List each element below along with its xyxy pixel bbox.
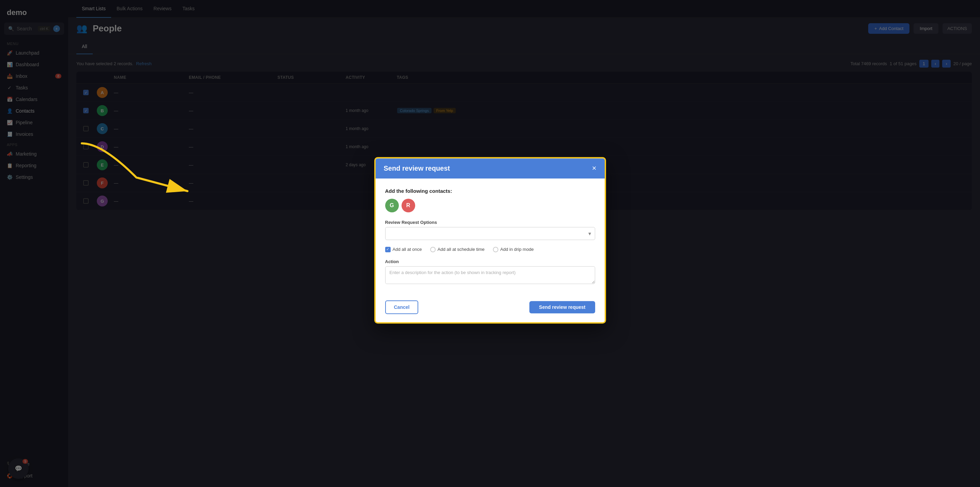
add-in-drip-mode-option[interactable]: Add in drip mode (493, 247, 534, 252)
action-label: Action (385, 259, 595, 264)
action-group: Action (385, 259, 595, 285)
review-options-select-wrapper: ▾ (385, 227, 595, 240)
schedule-options: ✓ Add all at once Add all at schedule ti… (385, 247, 595, 252)
review-options-label: Review Request Options (385, 220, 595, 225)
action-textarea[interactable] (385, 266, 595, 284)
modal-title: Send review request (384, 164, 450, 172)
radio-unchecked-icon[interactable] (430, 247, 436, 252)
review-options-group: Review Request Options ▾ (385, 220, 595, 240)
add-all-at-schedule-time-option[interactable]: Add all at schedule time (430, 247, 485, 252)
send-review-request-button[interactable]: Send review request (529, 301, 595, 313)
modal-body: Add the following contacts: G R Review R… (375, 179, 605, 300)
add-in-drip-mode-label: Add in drip mode (500, 247, 534, 252)
checkbox-checked-icon[interactable]: ✓ (385, 247, 391, 252)
modal-footer: Cancel Send review request (375, 300, 605, 322)
modal-header: Send review request × (375, 158, 605, 179)
send-review-request-modal: Send review request × Add the following … (374, 157, 606, 324)
radio-unchecked-icon[interactable] (493, 247, 498, 252)
contact-avatar-r: R (401, 199, 415, 212)
review-options-select[interactable] (385, 227, 595, 240)
add-all-at-once-label: Add all at once (393, 247, 422, 252)
add-all-at-schedule-time-label: Add all at schedule time (438, 247, 485, 252)
cancel-button[interactable]: Cancel (385, 300, 418, 314)
contact-avatar-g: G (385, 199, 399, 212)
contacts-avatars: G R (385, 199, 595, 212)
add-all-at-once-option[interactable]: ✓ Add all at once (385, 247, 422, 252)
contacts-label: Add the following contacts: (385, 188, 595, 194)
modal-close-button[interactable]: × (592, 164, 597, 172)
